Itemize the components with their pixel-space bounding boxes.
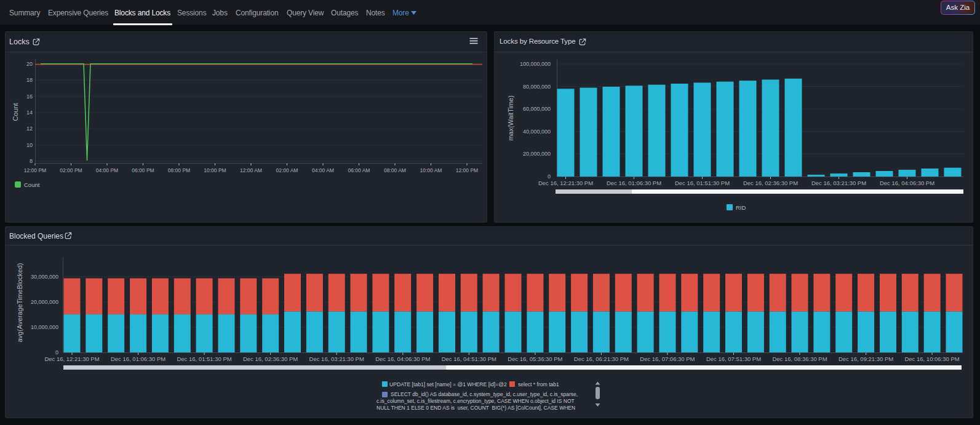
svg-text:select * from tab1: select * from tab1 [518, 381, 559, 387]
svg-text:10,000,000: 10,000,000 [31, 324, 58, 330]
svg-text:max(WaitTime): max(WaitTime) [507, 95, 514, 141]
svg-text:04:00 PM: 04:00 PM [96, 167, 118, 173]
svg-text:Dec 16, 02:36:30 PM: Dec 16, 02:36:30 PM [243, 355, 298, 362]
svg-text:Dec 16, 04:06:30 PM: Dec 16, 04:06:30 PM [880, 180, 934, 186]
svg-text:20,000,000: 20,000,000 [523, 151, 551, 157]
svg-text:04:00 AM: 04:00 AM [312, 167, 334, 173]
svg-text:06:00 PM: 06:00 PM [132, 167, 154, 173]
svg-text:60,000,000: 60,000,000 [523, 106, 551, 112]
svg-text:Dec 16, 12:21:30 PM: Dec 16, 12:21:30 PM [44, 355, 99, 362]
svg-text:NULL THEN 1 ELSE 0 END AS is: NULL THEN 1 ELSE 0 END AS is user, COUNT… [376, 405, 575, 411]
svg-text:Dec 16, 04:51:30 PM: Dec 16, 04:51:30 PM [442, 355, 496, 362]
svg-text:Dec 16, 04:06:30 PM: Dec 16, 04:06:30 PM [375, 355, 430, 362]
svg-text:Count: Count [24, 181, 40, 188]
svg-text:80,000,000: 80,000,000 [523, 84, 551, 90]
svg-text:Dec 16, 02:36:30 PM: Dec 16, 02:36:30 PM [743, 180, 798, 186]
svg-text:06:00 AM: 06:00 AM [348, 167, 370, 173]
svg-text:Dec 16, 07:51:30 PM: Dec 16, 07:51:30 PM [706, 355, 761, 362]
svg-text:UPDATE [tab1] set [name] = @1: UPDATE [tab1] set [name] = @1 WHERE [id]… [389, 381, 507, 387]
svg-text:08:00 PM: 08:00 PM [168, 167, 190, 173]
svg-text:14: 14 [26, 109, 33, 116]
svg-text:Dec 16, 05:36:30 PM: Dec 16, 05:36:30 PM [508, 355, 562, 362]
svg-text:Dec 16, 08:36:30 PM: Dec 16, 08:36:30 PM [772, 355, 827, 362]
svg-text:02:00 AM: 02:00 AM [276, 167, 298, 173]
svg-text:Dec 16, 03:21:30 PM: Dec 16, 03:21:30 PM [811, 180, 866, 186]
svg-text:Dec 16, 07:06:30 PM: Dec 16, 07:06:30 PM [640, 355, 695, 362]
svg-text:0: 0 [55, 349, 58, 355]
svg-text:20: 20 [26, 61, 33, 67]
svg-text:RID: RID [736, 204, 746, 211]
svg-text:Dec 16, 01:51:30 PM: Dec 16, 01:51:30 PM [675, 180, 730, 186]
svg-text:Dec 16, 06:21:30 PM: Dec 16, 06:21:30 PM [574, 355, 629, 362]
svg-text:Dec 16, 01:06:30 PM: Dec 16, 01:06:30 PM [111, 355, 165, 362]
svg-text:Count: Count [12, 103, 19, 121]
svg-text:Dec 16, 01:06:30 PM: Dec 16, 01:06:30 PM [607, 180, 661, 186]
svg-text:Dec 16, 10:06:30 PM: Dec 16, 10:06:30 PM [904, 355, 959, 362]
svg-text:c.is_column_set, c.is_filestre: c.is_column_set, c.is_filestream, c.encr… [376, 398, 575, 404]
svg-text:08:00 AM: 08:00 AM [384, 167, 406, 173]
svg-text:12:00 AM: 12:00 AM [240, 167, 262, 173]
svg-text:100,000,000: 100,000,000 [520, 61, 551, 67]
svg-text:12:00 PM: 12:00 PM [456, 167, 478, 173]
svg-text:Dec 16, 03:21:30 PM: Dec 16, 03:21:30 PM [309, 355, 364, 362]
svg-text:0: 0 [548, 173, 551, 180]
svg-text:18: 18 [26, 77, 33, 83]
svg-text:02:00 PM: 02:00 PM [60, 167, 82, 173]
svg-text:12:00 PM: 12:00 PM [24, 167, 46, 173]
svg-text:Dec 16, 09:21:30 PM: Dec 16, 09:21:30 PM [839, 355, 893, 362]
svg-text:10: 10 [26, 142, 33, 148]
svg-text:16: 16 [26, 93, 33, 100]
svg-text:20,000,000: 20,000,000 [31, 299, 58, 305]
svg-text:12: 12 [26, 125, 33, 132]
svg-text:10:00 AM: 10:00 AM [420, 167, 442, 173]
svg-text:SELECT db_id() AS database_id,: SELECT db_id() AS database_id, c.system_… [391, 391, 578, 397]
svg-text:avg(AverageTimeBlocked): avg(AverageTimeBlocked) [16, 263, 23, 342]
svg-text:Dec 16, 12:21:30 PM: Dec 16, 12:21:30 PM [538, 180, 593, 186]
svg-text:Dec 16, 01:51:30 PM: Dec 16, 01:51:30 PM [177, 355, 231, 362]
svg-text:8: 8 [30, 158, 33, 164]
svg-text:40,000,000: 40,000,000 [523, 129, 551, 135]
svg-text:10:00 PM: 10:00 PM [204, 167, 226, 173]
svg-text:30,000,000: 30,000,000 [31, 274, 58, 280]
